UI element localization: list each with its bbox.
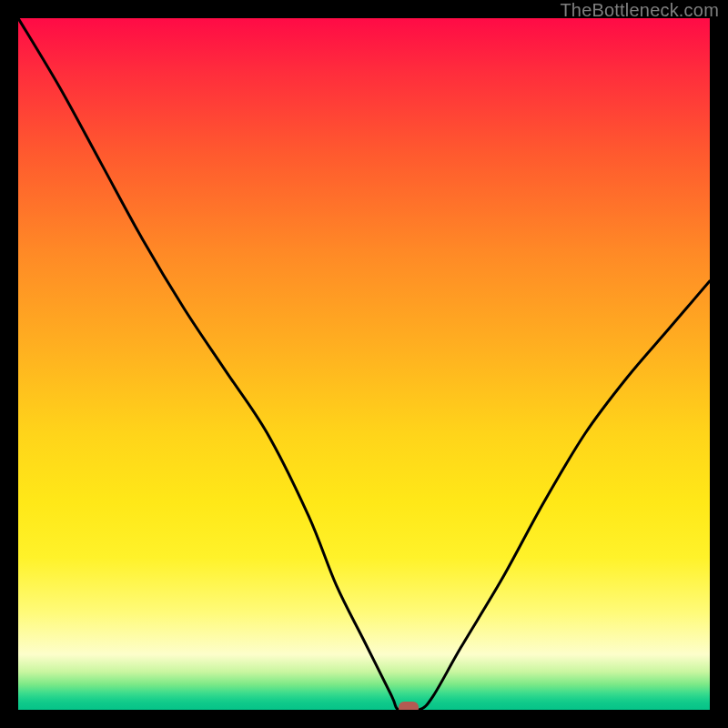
optimal-marker (399, 702, 419, 711)
chart-frame: TheBottleneck.com (0, 0, 728, 728)
watermark-text: TheBottleneck.com (560, 0, 719, 21)
plot-area (18, 18, 710, 710)
bottleneck-curve (18, 18, 710, 710)
